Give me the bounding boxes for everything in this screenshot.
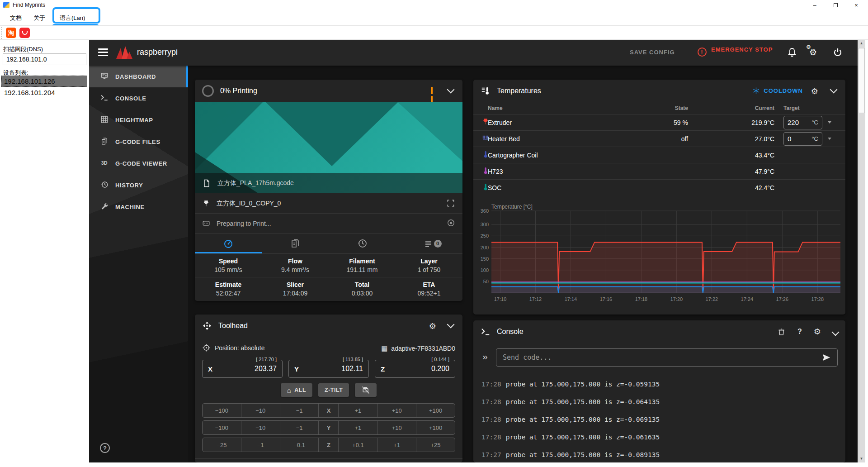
command-help-icon[interactable]: ?: [797, 328, 802, 336]
tab-history[interactable]: [329, 234, 396, 253]
sidebar-item-g-code-viewer[interactable]: 3DG-CODE VIEWER: [89, 152, 188, 174]
temperatures-table: Name State Current Target Extruder59 %21…: [473, 102, 845, 195]
red-store-icon[interactable]: [19, 28, 30, 38]
page-scrollbar[interactable]: ▲ ▼: [858, 40, 865, 462]
jog-button[interactable]: −100: [203, 421, 241, 434]
preset-dropdown-caret[interactable]: [828, 121, 831, 124]
heater-name[interactable]: SOC: [487, 184, 623, 191]
pause-button[interactable]: [431, 87, 437, 94]
heater-name[interactable]: Heater Bed: [487, 135, 623, 143]
log-timestamp: 17:27: [481, 451, 501, 458]
subnet-input[interactable]: [3, 53, 86, 65]
prompt-icon[interactable]: »: [482, 351, 488, 362]
console-collapse-chevron-icon[interactable]: [832, 329, 840, 336]
jog-button[interactable]: +25: [416, 438, 455, 452]
target-value: 220: [788, 119, 799, 126]
taobao-icon[interactable]: 淘: [6, 28, 16, 38]
stat-value: 09:52+1: [396, 290, 462, 297]
jog-button[interactable]: +100: [416, 404, 455, 417]
hamburger-menu-icon[interactable]: [98, 48, 108, 57]
jog-button[interactable]: −100: [203, 404, 241, 417]
svg-text:17:12: 17:12: [529, 296, 542, 302]
power-icon[interactable]: [832, 47, 844, 59]
scrollbar-up-arrow[interactable]: ▲: [858, 40, 865, 47]
jog-button[interactable]: −0.1: [280, 438, 319, 452]
close-button[interactable]: ×: [846, 0, 867, 11]
axis-input-y[interactable]: [ 113.85 ]Y102.11: [288, 360, 369, 378]
emergency-stop-button[interactable]: !EMERGENCY STOP: [698, 46, 773, 57]
mainsail-logo-icon[interactable]: [115, 45, 133, 62]
toolbar-drag-handle[interactable]: [1, 27, 3, 39]
cooldown-button[interactable]: COOLDOWN: [752, 87, 803, 95]
send-icon[interactable]: [821, 353, 831, 362]
heater-name[interactable]: Extruder: [487, 119, 623, 126]
heater-name[interactable]: H723: [487, 168, 623, 175]
tab-speed-stats[interactable]: [195, 234, 262, 253]
interface-settings-icon[interactable]: ⚙⚙: [809, 47, 821, 59]
jog-button[interactable]: −10: [241, 421, 280, 434]
menu-item-document[interactable]: 文档: [7, 13, 24, 24]
jog-button[interactable]: +0.1: [339, 438, 377, 452]
jog-button[interactable]: +1: [339, 421, 377, 434]
preset-dropdown-caret[interactable]: [828, 138, 831, 140]
toolhead-move-icon: [202, 321, 212, 331]
menu-item-about[interactable]: 关于: [31, 13, 48, 24]
sidebar-item-machine[interactable]: MACHINE: [89, 196, 188, 218]
clear-console-trash-icon[interactable]: [777, 328, 786, 336]
sidebar-item-console[interactable]: CONSOLE: [89, 87, 188, 109]
exclude-object-icon[interactable]: [446, 199, 455, 208]
toolhead-settings-gear-icon[interactable]: ⚙: [429, 321, 436, 331]
jog-button[interactable]: +100: [416, 421, 455, 434]
target-temp-input[interactable]: 220°C: [783, 116, 822, 129]
jog-button[interactable]: −10: [241, 404, 280, 417]
motors-off-button[interactable]: [355, 383, 377, 397]
tab-exclude-objects[interactable]: 0: [396, 234, 462, 253]
jog-button[interactable]: −1: [241, 438, 280, 452]
jog-button[interactable]: −1: [280, 421, 319, 434]
jog-button[interactable]: +1: [339, 404, 377, 417]
stat-layer: Layer1 of 750: [396, 254, 462, 277]
tab-file-info[interactable]: [262, 234, 329, 253]
heater-name[interactable]: Cartographer Coil: [487, 152, 623, 159]
sidebar-item-heightmap[interactable]: HEIGHTMAP: [89, 109, 188, 131]
console-command-input[interactable]: [496, 348, 838, 367]
temperatures-icon: [481, 86, 491, 96]
device-list-item[interactable]: 192.168.101.126: [1, 76, 87, 87]
z-tilt-button[interactable]: Z-TILT: [318, 383, 349, 397]
axis-input-x[interactable]: [ 217.70 ]X203.37: [202, 360, 283, 378]
maximize-button[interactable]: [825, 0, 846, 11]
temperatures-settings-gear-icon[interactable]: ⚙: [811, 86, 818, 96]
scrollbar-thumb[interactable]: [858, 48, 865, 113]
collapse-chevron-icon[interactable]: [447, 86, 455, 94]
save-config-button[interactable]: SAVE CONFIG: [630, 49, 675, 56]
toolhead-card: Toolhead ⚙ Position: absolute ▦adaptive-…: [195, 315, 462, 462]
sidebar-item-dashboard[interactable]: DASHBOARD: [89, 66, 188, 87]
sidebar-item-g-code-files[interactable]: G-CODE FILES: [89, 131, 188, 152]
device-list-item[interactable]: 192.168.101.204: [1, 87, 87, 98]
bed-mesh-label[interactable]: ▦adaptive-7F8331ABD0: [381, 344, 455, 353]
console-settings-gear-icon[interactable]: ⚙: [814, 327, 821, 337]
jog-button[interactable]: −25: [203, 438, 241, 452]
sidebar-item-history[interactable]: HISTORY: [89, 174, 188, 196]
viewer3d-icon: 3D: [100, 159, 109, 168]
target-temp-input[interactable]: 0°C: [783, 132, 822, 146]
home-all-button[interactable]: ⌂ALL: [281, 383, 312, 397]
axis-input-z[interactable]: [ 0.144 ]Z0.200: [375, 360, 455, 378]
window-title: Find Myprints: [13, 2, 45, 8]
help-icon[interactable]: ?: [100, 443, 110, 453]
toolhead-collapse-chevron-icon[interactable]: [447, 321, 455, 329]
jog-button[interactable]: +1: [377, 438, 416, 452]
minimize-button[interactable]: –: [804, 0, 825, 11]
jog-button[interactable]: −1: [280, 404, 319, 417]
status-message-row: Preparing to Print...: [195, 213, 462, 233]
stat-label: Estimate: [195, 281, 262, 288]
menu-item-language[interactable]: 语言(Lan): [57, 13, 88, 24]
notifications-bell-icon[interactable]: [787, 47, 798, 59]
temperatures-collapse-chevron-icon[interactable]: [830, 86, 838, 94]
log-message: probe at 175.000,175.000 is z=-0.061635: [506, 434, 660, 441]
jog-button[interactable]: +10: [377, 404, 416, 417]
scrollbar-down-arrow[interactable]: ▼: [858, 455, 865, 462]
dismiss-message-icon[interactable]: [447, 219, 455, 227]
stat-value: 191.11 mm: [329, 266, 396, 273]
jog-button[interactable]: +10: [377, 421, 416, 434]
